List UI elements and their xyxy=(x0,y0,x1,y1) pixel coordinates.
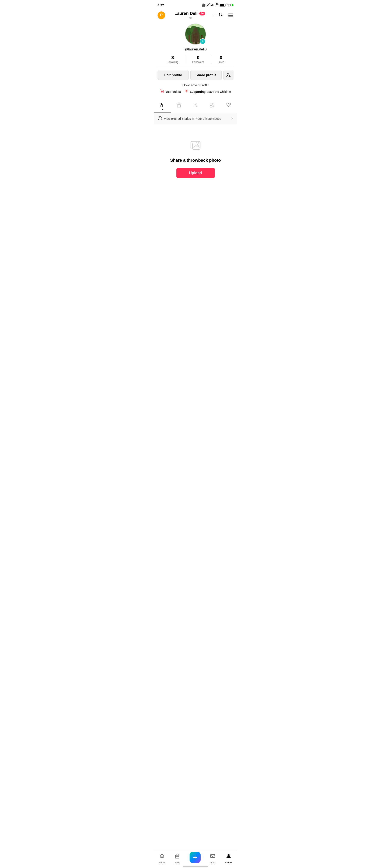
svg-rect-20 xyxy=(229,17,233,17)
empty-title: Share a throwback photo xyxy=(170,158,221,163)
followers-stat[interactable]: 0 Followers xyxy=(185,55,211,64)
banner-left: View expired Stories in "Your private vi… xyxy=(157,116,222,121)
profile-handle: @lauren.deli3 xyxy=(184,47,207,52)
avatar-container: + xyxy=(185,24,206,45)
pronouns: her xyxy=(188,16,192,19)
camera-icon: 🎥 xyxy=(202,3,206,7)
p-badge[interactable]: P xyxy=(157,11,165,19)
battery-dot xyxy=(232,4,234,6)
add-friend-button[interactable] xyxy=(223,70,234,80)
following-count: 3 xyxy=(171,55,174,60)
svg-rect-46 xyxy=(161,104,162,105)
svg-rect-7 xyxy=(212,4,213,6)
banner-close-button[interactable]: × xyxy=(231,116,234,121)
action-buttons: Edit profile Share profile xyxy=(157,70,234,80)
top-nav: P Lauren Deli 9+ her 𝄗𝄗 xyxy=(154,9,237,21)
add-photo-button[interactable]: + xyxy=(200,38,206,44)
svg-rect-37 xyxy=(194,40,196,44)
svg-rect-19 xyxy=(229,15,233,16)
svg-rect-36 xyxy=(197,36,199,38)
svg-rect-33 xyxy=(194,36,197,40)
svg-text:𝄗𝄗: 𝄗𝄗 xyxy=(213,12,219,18)
menu-button[interactable] xyxy=(228,13,234,18)
notification-badge[interactable]: 9+ xyxy=(199,12,205,16)
profile-section: + @lauren.deli3 3 Following 0 Followers … xyxy=(154,21,237,100)
nav-right: 𝄗𝄗 xyxy=(213,12,234,18)
share-profile-button[interactable]: Share profile xyxy=(190,70,221,80)
svg-rect-12 xyxy=(220,4,224,6)
svg-rect-53 xyxy=(210,105,212,107)
likes-count: 0 xyxy=(220,55,222,60)
settings-button[interactable]: 𝄗𝄗 xyxy=(213,12,224,18)
empty-state: Share a throwback photo Upload xyxy=(154,124,237,187)
videos-dropdown-arrow: ▾ xyxy=(162,108,163,111)
tab-icons: ▾ xyxy=(154,100,237,113)
svg-rect-48 xyxy=(161,104,161,105)
settings-icon xyxy=(219,12,224,18)
likes-stat[interactable]: 0 Likes xyxy=(211,55,231,64)
photos-icon xyxy=(187,137,204,154)
signal-muted-icon xyxy=(206,3,210,7)
status-bar: 8:27 🎥 xyxy=(154,0,237,9)
svg-rect-34 xyxy=(197,36,198,39)
status-icons: 🎥 xyxy=(202,3,234,7)
stats-row: 3 Following 0 Followers 0 Likes xyxy=(157,55,234,67)
bio-text: I love adventure!!!! xyxy=(182,83,208,87)
svg-point-43 xyxy=(163,92,163,93)
charity-text: Supporting: Save the Children xyxy=(190,90,231,93)
svg-point-50 xyxy=(179,105,179,106)
svg-point-15 xyxy=(219,13,220,14)
svg-rect-5 xyxy=(211,5,211,6)
svg-rect-11 xyxy=(225,4,226,6)
profile-username-title: Lauren Deli xyxy=(175,11,198,16)
svg-rect-45 xyxy=(161,105,162,107)
links-row: Your orders Supporting: Save the Childre… xyxy=(160,89,231,94)
edit-profile-button[interactable]: Edit profile xyxy=(157,70,189,80)
tab-repost[interactable] xyxy=(187,100,204,113)
svg-rect-3 xyxy=(208,4,208,6)
banner-text: View expired Stories in "Your private vi… xyxy=(164,117,222,120)
charity-icon xyxy=(184,89,188,94)
svg-point-44 xyxy=(186,90,187,92)
svg-point-17 xyxy=(221,14,222,16)
cart-icon xyxy=(160,89,164,94)
svg-point-39 xyxy=(227,73,229,75)
svg-rect-18 xyxy=(229,13,233,14)
svg-rect-52 xyxy=(210,103,212,105)
signal-bars-icon xyxy=(211,3,214,7)
svg-rect-1 xyxy=(207,6,207,6)
tab-private[interactable] xyxy=(171,100,187,113)
upload-icon xyxy=(157,116,162,121)
svg-point-30 xyxy=(199,28,205,35)
orders-link[interactable]: Your orders xyxy=(160,89,181,94)
tab-tagged[interactable] xyxy=(204,100,220,113)
following-label: Following xyxy=(167,60,179,64)
followers-count: 0 xyxy=(197,55,199,60)
tab-videos[interactable]: ▾ xyxy=(154,100,171,113)
nav-center: Lauren Deli 9+ her xyxy=(175,11,205,19)
tab-liked[interactable] xyxy=(220,100,237,113)
svg-rect-47 xyxy=(162,104,162,105)
upload-button[interactable]: Upload xyxy=(176,168,215,178)
svg-rect-2 xyxy=(207,5,208,6)
svg-rect-9 xyxy=(213,4,214,6)
battery-icon: 77% xyxy=(220,4,234,6)
svg-rect-35 xyxy=(193,36,194,38)
wifi-icon xyxy=(215,3,219,7)
orders-text: Your orders xyxy=(166,90,181,93)
nav-left: P xyxy=(157,11,166,19)
svg-point-32 xyxy=(194,33,198,36)
following-stat[interactable]: 3 Following xyxy=(160,55,185,64)
status-time: 8:27 xyxy=(157,3,164,7)
svg-rect-6 xyxy=(211,5,212,6)
charity-link[interactable]: Supporting: Save the Children xyxy=(184,89,231,94)
svg-rect-54 xyxy=(212,103,214,105)
svg-rect-4 xyxy=(209,4,209,6)
svg-rect-8 xyxy=(213,4,213,6)
battery-percent: 77% xyxy=(226,4,231,6)
likes-label: Likes xyxy=(218,60,224,64)
profile-name-row: Lauren Deli 9+ xyxy=(175,11,205,16)
svg-point-28 xyxy=(190,26,197,34)
svg-rect-38 xyxy=(196,40,197,44)
followers-label: Followers xyxy=(192,60,204,64)
